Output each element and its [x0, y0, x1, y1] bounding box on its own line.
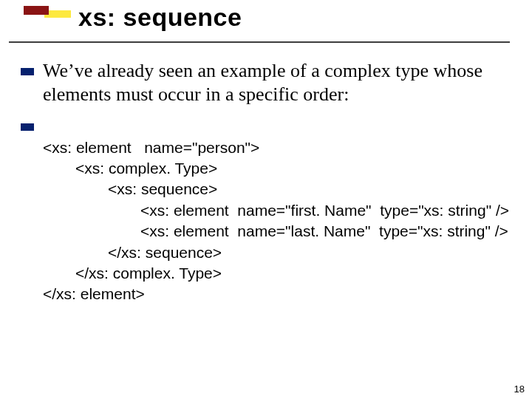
title-accent-red: [24, 6, 49, 15]
code-line: </xs: sequence>: [43, 244, 222, 261]
bullet-item-code: <xs: element name="person"> <xs: complex…: [21, 116, 510, 304]
bullet-square-icon: [21, 123, 34, 131]
code-block: <xs: element name="person"> <xs: complex…: [43, 116, 509, 304]
title-area: xs: sequence: [78, 3, 517, 36]
code-line: <xs: sequence>: [43, 180, 217, 197]
code-line: <xs: complex. Type>: [43, 160, 217, 177]
code-line: <xs: element name="first. Name" type="xs…: [43, 202, 509, 219]
slide-body: We’ve already seen an example of a compl…: [21, 59, 510, 305]
intro-text: We’ve already seen an example of a compl…: [43, 59, 510, 106]
slide: xs: sequence We’ve already seen an examp…: [0, 0, 532, 399]
bullet-item-intro: We’ve already seen an example of a compl…: [21, 59, 510, 106]
code-line: <xs: element name="person">: [43, 139, 259, 156]
bullet-square-icon: [21, 68, 34, 75]
slide-title: xs: sequence: [78, 3, 517, 36]
code-line: </xs: element>: [43, 285, 145, 302]
code-line: </xs: complex. Type>: [43, 265, 222, 282]
code-line: <xs: element name="last. Name" type="xs:…: [43, 222, 508, 239]
page-number: 18: [514, 383, 525, 395]
title-underline: [9, 41, 510, 43]
